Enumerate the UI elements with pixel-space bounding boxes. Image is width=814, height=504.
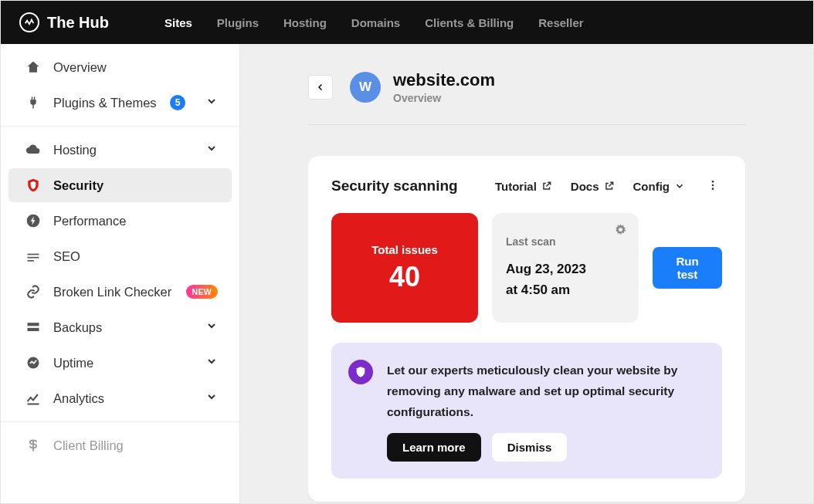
expert-notice: Let our experts meticulously clean your … xyxy=(331,343,722,479)
sidebar-item-client-billing[interactable]: Client Billing xyxy=(8,428,232,462)
plugins-count-badge: 5 xyxy=(170,95,185,110)
link-label: Config xyxy=(633,180,670,193)
chevron-down-icon xyxy=(205,95,218,110)
page-header: W website.com Overview xyxy=(308,70,745,125)
brand-label: The Hub xyxy=(47,14,109,32)
external-link-icon xyxy=(541,181,552,191)
nav-domains[interactable]: Domains xyxy=(351,16,400,29)
plug-icon xyxy=(25,95,41,110)
svg-point-9 xyxy=(712,188,714,190)
sidebar-item-label: Hosting xyxy=(53,143,193,157)
sidebar: Overview Plugins & Themes 5 Hosting xyxy=(1,44,240,503)
sidebar-item-overview[interactable]: Overview xyxy=(8,50,232,84)
lastscan-label: Last scan xyxy=(506,235,625,248)
issues-label: Total issues xyxy=(371,243,438,256)
brand[interactable]: The Hub xyxy=(19,12,109,32)
svg-point-7 xyxy=(712,181,714,183)
sidebar-item-hosting[interactable]: Hosting xyxy=(8,133,232,167)
link-label: Docs xyxy=(571,180,599,193)
chevron-down-icon xyxy=(205,355,218,370)
lastscan-date: Aug 23, 2023 xyxy=(506,259,625,279)
svg-rect-3 xyxy=(28,260,34,262)
bolt-icon xyxy=(25,213,41,228)
scan-settings-button[interactable] xyxy=(615,224,626,238)
nav-reseller[interactable]: Reseller xyxy=(538,16,583,29)
sidebar-item-security[interactable]: Security xyxy=(8,168,232,202)
config-dropdown[interactable]: Config xyxy=(633,180,685,193)
external-link-icon xyxy=(604,181,615,191)
sidebar-item-blc[interactable]: Broken Link Checker NEW xyxy=(8,275,232,309)
sidebar-item-label: Plugins & Themes xyxy=(53,96,158,110)
analytics-icon xyxy=(25,391,41,406)
sidebar-item-label: Performance xyxy=(53,214,218,228)
run-test-button[interactable]: Run test xyxy=(653,247,722,289)
sidebar-item-label: Backups xyxy=(53,320,193,335)
sidebar-item-label: SEO xyxy=(53,249,218,264)
sidebar-item-label: Client Billing xyxy=(53,438,218,453)
sidebar-item-label: Overview xyxy=(53,60,218,75)
gear-icon xyxy=(615,224,626,235)
sidebar-item-label: Security xyxy=(53,178,218,193)
top-nav: The Hub Sites Plugins Hosting Domains Cl… xyxy=(1,1,813,44)
sidebar-item-label: Analytics xyxy=(53,391,193,406)
home-icon xyxy=(25,59,41,75)
link-label: Tutorial xyxy=(495,180,537,193)
sidebar-item-uptime[interactable]: Uptime xyxy=(8,346,232,380)
brand-icon xyxy=(19,12,39,32)
dismiss-button[interactable]: Dismiss xyxy=(492,433,568,462)
page-subtitle: Overview xyxy=(393,92,495,104)
sidebar-item-plugins-themes[interactable]: Plugins & Themes 5 xyxy=(8,86,232,120)
issues-value: 40 xyxy=(389,261,420,293)
link-icon xyxy=(25,284,41,299)
svg-point-8 xyxy=(712,184,714,186)
docs-link[interactable]: Docs xyxy=(571,180,615,193)
svg-rect-4 xyxy=(28,323,39,326)
sidebar-item-label: Uptime xyxy=(53,356,193,370)
svg-rect-5 xyxy=(28,328,39,331)
chevron-down-icon xyxy=(205,320,218,335)
chevron-down-icon xyxy=(205,142,218,157)
nav-plugins[interactable]: Plugins xyxy=(217,16,259,29)
sidebar-item-label: Broken Link Checker xyxy=(53,285,174,299)
nav-clients-billing[interactable]: Clients & Billing xyxy=(425,16,514,29)
site-name: website.com xyxy=(393,70,495,90)
uptime-icon xyxy=(25,355,41,370)
sidebar-item-seo[interactable]: SEO xyxy=(8,239,232,273)
card-title: Security scanning xyxy=(331,178,495,194)
nav-hosting[interactable]: Hosting xyxy=(283,16,327,29)
notice-text: Let our experts meticulously clean your … xyxy=(387,360,705,422)
back-button[interactable] xyxy=(308,75,333,100)
shield-badge-icon xyxy=(348,360,373,384)
avatar-initial: W xyxy=(359,79,371,95)
sidebar-item-performance[interactable]: Performance xyxy=(8,204,232,238)
sidebar-item-backups[interactable]: Backups xyxy=(8,310,232,344)
tutorial-link[interactable]: Tutorial xyxy=(495,180,552,193)
total-issues-box: Total issues 40 xyxy=(331,213,478,323)
nav-sites[interactable]: Sites xyxy=(164,16,192,29)
lastscan-time: at 4:50 am xyxy=(506,279,625,300)
cloud-icon xyxy=(25,142,41,157)
main-content: W website.com Overview Security scanning… xyxy=(240,44,813,503)
backups-icon xyxy=(25,320,41,335)
more-menu[interactable] xyxy=(704,179,722,194)
chevron-down-icon xyxy=(205,391,218,406)
kebab-icon xyxy=(707,179,719,191)
dollar-icon xyxy=(25,438,41,453)
svg-rect-1 xyxy=(28,254,39,255)
site-avatar: W xyxy=(350,72,381,103)
svg-rect-2 xyxy=(28,257,39,259)
sidebar-item-analytics[interactable]: Analytics xyxy=(8,381,232,415)
security-card: Security scanning Tutorial Docs Config xyxy=(308,156,745,502)
seo-icon xyxy=(25,249,41,264)
chevron-down-icon xyxy=(674,181,685,191)
new-badge: NEW xyxy=(186,285,218,299)
run-test-box: Run test xyxy=(653,213,722,323)
shield-icon xyxy=(25,178,41,193)
learn-more-button[interactable]: Learn more xyxy=(387,433,481,462)
last-scan-box: Last scan Aug 23, 2023 at 4:50 am xyxy=(492,213,639,323)
